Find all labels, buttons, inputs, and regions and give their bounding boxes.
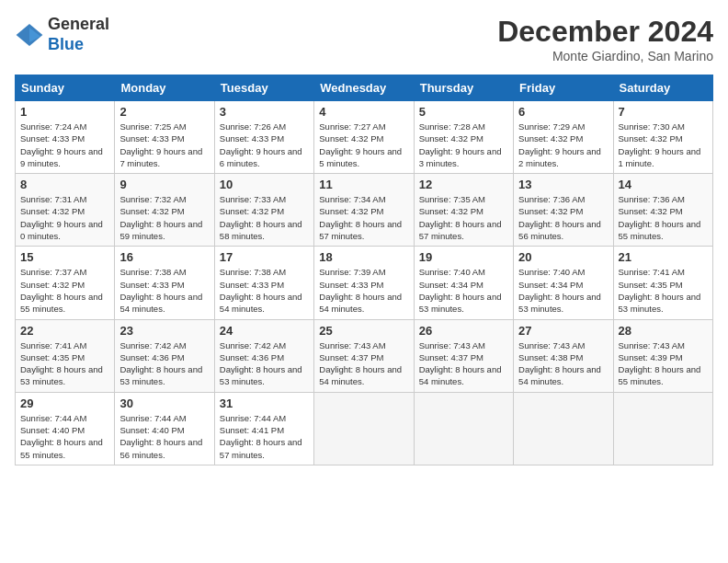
day-number: 26 <box>419 324 508 338</box>
calendar-cell: 18 Sunrise: 7:39 AM Sunset: 4:33 PM Dayl… <box>314 247 414 319</box>
day-number: 11 <box>319 178 408 191</box>
calendar-cell: 14 Sunrise: 7:36 AM Sunset: 4:32 PM Dayl… <box>613 174 712 247</box>
day-info: Sunrise: 7:36 AM Sunset: 4:32 PM Dayligh… <box>518 193 608 242</box>
calendar-cell: 19 Sunrise: 7:40 AM Sunset: 4:34 PM Dayl… <box>414 247 513 319</box>
calendar-week-4: 22 Sunrise: 7:41 AM Sunset: 4:35 PM Dayl… <box>16 319 713 392</box>
calendar-cell: 22 Sunrise: 7:41 AM Sunset: 4:35 PM Dayl… <box>16 319 115 392</box>
day-info: Sunrise: 7:43 AM Sunset: 4:38 PM Dayligh… <box>518 339 608 388</box>
calendar-cell: 23 Sunrise: 7:42 AM Sunset: 4:36 PM Dayl… <box>115 319 214 392</box>
day-number: 12 <box>419 178 508 191</box>
calendar-cell: 27 Sunrise: 7:43 AM Sunset: 4:38 PM Dayl… <box>514 319 613 392</box>
calendar-cell: 28 Sunrise: 7:43 AM Sunset: 4:39 PM Dayl… <box>613 319 712 392</box>
calendar-week-3: 15 Sunrise: 7:37 AM Sunset: 4:32 PM Dayl… <box>16 247 713 319</box>
calendar-cell <box>514 392 613 465</box>
calendar-cell: 16 Sunrise: 7:38 AM Sunset: 4:33 PM Dayl… <box>115 247 214 319</box>
day-number: 31 <box>220 396 309 410</box>
day-number: 18 <box>319 250 408 264</box>
day-info: Sunrise: 7:40 AM Sunset: 4:34 PM Dayligh… <box>419 266 508 315</box>
day-info: Sunrise: 7:36 AM Sunset: 4:32 PM Dayligh… <box>619 193 708 242</box>
day-number: 5 <box>419 105 508 119</box>
day-number: 21 <box>619 250 708 264</box>
day-info: Sunrise: 7:34 AM Sunset: 4:32 PM Dayligh… <box>319 193 408 242</box>
day-info: Sunrise: 7:43 AM Sunset: 4:39 PM Dayligh… <box>619 339 708 388</box>
day-number: 27 <box>518 324 608 338</box>
day-number: 15 <box>20 250 109 264</box>
calendar-cell <box>613 392 712 465</box>
calendar-cell: 1 Sunrise: 7:24 AM Sunset: 4:33 PM Dayli… <box>16 101 115 174</box>
calendar-cell: 31 Sunrise: 7:44 AM Sunset: 4:41 PM Dayl… <box>214 392 313 465</box>
day-info: Sunrise: 7:41 AM Sunset: 4:35 PM Dayligh… <box>20 339 109 388</box>
day-info: Sunrise: 7:31 AM Sunset: 4:32 PM Dayligh… <box>20 193 109 242</box>
calendar-cell: 2 Sunrise: 7:25 AM Sunset: 4:33 PM Dayli… <box>115 101 214 174</box>
day-number: 17 <box>220 250 309 264</box>
calendar-cell: 26 Sunrise: 7:43 AM Sunset: 4:37 PM Dayl… <box>414 319 513 392</box>
calendar-cell: 24 Sunrise: 7:42 AM Sunset: 4:36 PM Dayl… <box>214 319 313 392</box>
day-number: 19 <box>419 250 508 264</box>
day-info: Sunrise: 7:43 AM Sunset: 4:37 PM Dayligh… <box>319 339 408 388</box>
day-info: Sunrise: 7:38 AM Sunset: 4:33 PM Dayligh… <box>220 266 309 315</box>
day-number: 3 <box>220 105 309 119</box>
calendar-cell: 17 Sunrise: 7:38 AM Sunset: 4:33 PM Dayl… <box>214 247 313 319</box>
calendar-cell: 15 Sunrise: 7:37 AM Sunset: 4:32 PM Dayl… <box>16 247 115 319</box>
day-info: Sunrise: 7:26 AM Sunset: 4:33 PM Dayligh… <box>220 121 309 169</box>
calendar-cell: 9 Sunrise: 7:32 AM Sunset: 4:32 PM Dayli… <box>115 174 214 247</box>
day-info: Sunrise: 7:44 AM Sunset: 4:40 PM Dayligh… <box>20 412 109 461</box>
day-number: 4 <box>319 105 408 119</box>
day-info: Sunrise: 7:35 AM Sunset: 4:32 PM Dayligh… <box>419 193 508 242</box>
logo-general: General <box>48 15 109 35</box>
calendar-cell: 29 Sunrise: 7:44 AM Sunset: 4:40 PM Dayl… <box>16 392 115 465</box>
day-number: 1 <box>20 105 109 119</box>
calendar-cell <box>414 392 513 465</box>
day-info: Sunrise: 7:40 AM Sunset: 4:34 PM Dayligh… <box>518 266 608 315</box>
day-info: Sunrise: 7:30 AM Sunset: 4:32 PM Dayligh… <box>619 121 708 169</box>
day-number: 29 <box>20 396 109 410</box>
calendar-header-row: SundayMondayTuesdayWednesdayThursdayFrid… <box>16 75 713 101</box>
calendar-cell: 6 Sunrise: 7:29 AM Sunset: 4:32 PM Dayli… <box>514 101 613 174</box>
day-number: 2 <box>119 105 209 119</box>
day-info: Sunrise: 7:42 AM Sunset: 4:36 PM Dayligh… <box>220 339 309 388</box>
day-number: 14 <box>619 178 708 191</box>
header-saturday: Saturday <box>613 75 712 101</box>
calendar-cell: 7 Sunrise: 7:30 AM Sunset: 4:32 PM Dayli… <box>613 101 712 174</box>
header-wednesday: Wednesday <box>314 75 414 101</box>
location: Monte Giardino, San Marino <box>497 49 713 63</box>
day-info: Sunrise: 7:38 AM Sunset: 4:33 PM Dayligh… <box>119 266 209 315</box>
calendar-cell: 12 Sunrise: 7:35 AM Sunset: 4:32 PM Dayl… <box>414 174 513 247</box>
day-info: Sunrise: 7:44 AM Sunset: 4:40 PM Dayligh… <box>119 412 209 461</box>
calendar-cell: 11 Sunrise: 7:34 AM Sunset: 4:32 PM Dayl… <box>314 174 414 247</box>
calendar-cell: 20 Sunrise: 7:40 AM Sunset: 4:34 PM Dayl… <box>514 247 613 319</box>
day-number: 16 <box>119 250 209 264</box>
calendar-cell: 25 Sunrise: 7:43 AM Sunset: 4:37 PM Dayl… <box>314 319 414 392</box>
day-number: 8 <box>20 178 109 191</box>
calendar-cell: 21 Sunrise: 7:41 AM Sunset: 4:35 PM Dayl… <box>613 247 712 319</box>
title-block: December 2024 Monte Giardino, San Marino <box>497 15 713 63</box>
day-number: 20 <box>518 250 608 264</box>
calendar-cell: 5 Sunrise: 7:28 AM Sunset: 4:32 PM Dayli… <box>414 101 513 174</box>
calendar-cell: 3 Sunrise: 7:26 AM Sunset: 4:33 PM Dayli… <box>214 101 313 174</box>
day-info: Sunrise: 7:24 AM Sunset: 4:33 PM Dayligh… <box>20 121 109 169</box>
calendar-week-5: 29 Sunrise: 7:44 AM Sunset: 4:40 PM Dayl… <box>16 392 713 465</box>
calendar-cell: 30 Sunrise: 7:44 AM Sunset: 4:40 PM Dayl… <box>115 392 214 465</box>
day-info: Sunrise: 7:29 AM Sunset: 4:32 PM Dayligh… <box>518 121 608 169</box>
day-number: 24 <box>220 324 309 338</box>
day-info: Sunrise: 7:41 AM Sunset: 4:35 PM Dayligh… <box>619 266 708 315</box>
header-sunday: Sunday <box>16 75 115 101</box>
day-info: Sunrise: 7:37 AM Sunset: 4:32 PM Dayligh… <box>20 266 109 315</box>
calendar-week-2: 8 Sunrise: 7:31 AM Sunset: 4:32 PM Dayli… <box>16 174 713 247</box>
header-monday: Monday <box>115 75 214 101</box>
day-info: Sunrise: 7:33 AM Sunset: 4:32 PM Dayligh… <box>220 193 309 242</box>
logo: General Blue <box>15 15 109 54</box>
calendar-cell: 10 Sunrise: 7:33 AM Sunset: 4:32 PM Dayl… <box>214 174 313 247</box>
day-number: 6 <box>518 105 608 119</box>
header-thursday: Thursday <box>414 75 513 101</box>
day-number: 30 <box>119 396 209 410</box>
day-number: 28 <box>619 324 708 338</box>
day-number: 25 <box>319 324 408 338</box>
day-info: Sunrise: 7:44 AM Sunset: 4:41 PM Dayligh… <box>220 412 309 461</box>
day-info: Sunrise: 7:25 AM Sunset: 4:33 PM Dayligh… <box>119 121 209 169</box>
day-info: Sunrise: 7:28 AM Sunset: 4:32 PM Dayligh… <box>419 121 508 169</box>
day-number: 10 <box>220 178 309 191</box>
day-info: Sunrise: 7:32 AM Sunset: 4:32 PM Dayligh… <box>119 193 209 242</box>
month-title: December 2024 <box>497 15 713 49</box>
calendar-table: SundayMondayTuesdayWednesdayThursdayFrid… <box>15 75 713 465</box>
